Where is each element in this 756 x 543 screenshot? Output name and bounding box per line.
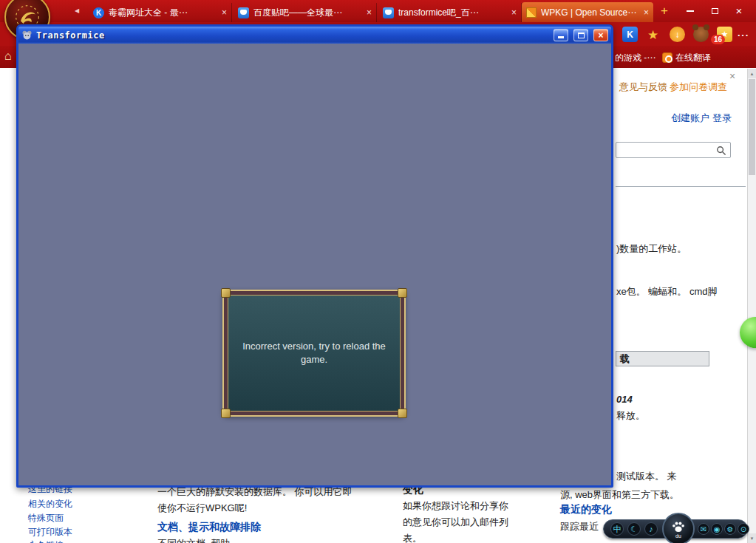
- dialog-panel: Incorrect version, try to reload the gam…: [228, 295, 401, 411]
- minimize-icon: [558, 36, 564, 38]
- sidebar-link-relatedchanges[interactable]: 相关的变化: [28, 498, 72, 510]
- translate-bookmark-icon[interactable]: [662, 52, 672, 63]
- language-button[interactable]: 中: [610, 522, 624, 536]
- du-label: du: [675, 533, 681, 539]
- download-manager-icon[interactable]: ↓: [670, 27, 685, 42]
- mouse-icon: [21, 30, 33, 41]
- new-tab-button[interactable]: +: [653, 3, 675, 18]
- dialog-message: Incorrect version, try to reload the gam…: [228, 296, 400, 411]
- mailing-text-line2: 的意见你可以加入邮件列: [403, 516, 508, 529]
- tab-bar: ◀ K 毒霸网址大全 - 最⋯ × 百度贴吧——全球最⋯ × transform…: [0, 0, 756, 22]
- record-button[interactable]: ◉: [711, 523, 723, 535]
- source-text: 源, web界面和第三方下载。: [560, 488, 679, 502]
- tab-tieba[interactable]: 百度贴吧——全球最⋯ ×: [234, 3, 377, 22]
- notice-close-icon[interactable]: ×: [729, 70, 735, 82]
- scroll-up-icon: ▲: [750, 72, 755, 76]
- page-title-underline: [616, 186, 746, 187]
- duba-favicon: K: [93, 7, 104, 18]
- notification-badge: 16: [711, 35, 725, 44]
- packages-text: xe包。 蝙蝠和。 cmd脚: [616, 285, 718, 298]
- page-scrollbar[interactable]: ▲ ▼: [747, 69, 756, 543]
- du-paw-button[interactable]: du: [662, 513, 695, 543]
- dialog-corner-icon: [221, 409, 231, 418]
- browser-restore-button[interactable]: [704, 3, 726, 18]
- favorites-star-icon[interactable]: ★: [647, 27, 658, 43]
- message-line2: game.: [301, 353, 327, 366]
- moon-icon: ☾: [630, 525, 638, 534]
- tab-scroll-left-icon[interactable]: ◀: [75, 7, 79, 14]
- home-icon[interactable]: ⌂: [4, 49, 12, 63]
- sidebar-link-specialpages[interactable]: 特殊页面: [28, 512, 64, 525]
- mailing-text-line3: 表。: [403, 532, 422, 543]
- window-title: Transformice: [36, 30, 548, 41]
- screen: × 意见与反馈 参加问卷调查 创建账户 登录 )数量的工作站。 xe包。 蝙蝠和…: [0, 0, 756, 543]
- login-link[interactable]: 登录: [712, 112, 732, 125]
- sidebar-link-printable[interactable]: 可打印版本: [28, 526, 72, 539]
- tab-close-icon[interactable]: ×: [222, 7, 227, 18]
- gear-icon: ⚙: [727, 525, 734, 533]
- bookmark-translate[interactable]: 在线翻译: [675, 52, 711, 64]
- browser-minimize-button[interactable]: [679, 3, 701, 18]
- settings-button[interactable]: ⚙: [724, 523, 736, 535]
- search-icon[interactable]: [716, 146, 726, 156]
- dialog-corner-icon: [398, 409, 407, 418]
- mailing-text-line1: 如果你想跟讨论和分享你: [403, 499, 508, 513]
- music-button[interactable]: ♪: [644, 522, 658, 536]
- track-recent-text: 跟踪最近: [560, 520, 599, 533]
- k-glyph: K: [627, 30, 633, 40]
- paw-icon: [671, 520, 686, 533]
- message-line1: Incorrect version, try to reload the: [242, 340, 386, 353]
- bookmark-games[interactable]: 的游戏 -⋯: [615, 52, 655, 64]
- message-icon: ✉: [701, 525, 706, 533]
- scroll-up-button[interactable]: ▲: [748, 69, 756, 78]
- night-mode-button[interactable]: ☾: [627, 522, 641, 536]
- browser-close-button[interactable]: ×: [728, 3, 750, 18]
- survey-link[interactable]: 参加问卷调查: [670, 81, 727, 94]
- more-menu-icon[interactable]: ···: [738, 30, 749, 41]
- search-input[interactable]: [616, 142, 731, 158]
- message-button[interactable]: ✉: [698, 523, 709, 535]
- music-icon: ♪: [649, 525, 653, 533]
- tab-wpkg-active[interactable]: WPKG | Open Source⋯ ×: [522, 2, 653, 22]
- test-version-text: 测试版本。 来: [616, 470, 677, 483]
- tab-close-icon[interactable]: ×: [511, 7, 517, 18]
- database-text-line2: 使你不运行WPKG呢!: [157, 502, 247, 515]
- floating-toolbar: 中 ☾ ♪ du ✉ ◉ ⚙ ⊙: [603, 513, 751, 543]
- duba-toolbar-icon[interactable]: K: [622, 27, 638, 42]
- transformice-window: Transformice × Incorrect version, try to…: [16, 24, 613, 488]
- tab-title: transformice吧_百⋯: [398, 7, 507, 19]
- error-dialog: Incorrect version, try to reload the gam…: [222, 290, 406, 417]
- power-button[interactable]: ⊙: [738, 523, 749, 535]
- tab-title: 百度贴吧——全球最⋯: [253, 7, 362, 19]
- dialog-corner-icon: [221, 288, 231, 298]
- wpkg-favicon: [526, 7, 537, 18]
- close-button[interactable]: ×: [593, 29, 608, 41]
- language-icon: 中: [613, 524, 622, 535]
- restore-icon: [712, 8, 718, 14]
- tab-close-icon[interactable]: ×: [367, 7, 372, 18]
- tab-title: 毒霸网址大全 - 最⋯: [109, 7, 217, 19]
- feedback-link[interactable]: 意见与反馈: [619, 81, 667, 94]
- create-account-link[interactable]: 创建账户: [671, 112, 709, 125]
- power-icon: ⊙: [740, 525, 746, 533]
- minimize-icon: [687, 10, 694, 12]
- tab-transformice-tieba[interactable]: transformice吧_百⋯ ×: [378, 3, 522, 22]
- game-area[interactable]: Incorrect version, try to reload the gam…: [18, 44, 611, 485]
- tab-close-icon[interactable]: ×: [644, 7, 649, 18]
- minimize-button[interactable]: [554, 29, 568, 41]
- tab-duba[interactable]: K 毒霸网址大全 - 最⋯ ×: [89, 3, 232, 22]
- window-titlebar[interactable]: Transformice ×: [18, 27, 611, 44]
- workstations-text: )数量的工作站。: [616, 242, 687, 256]
- year-text: 014: [616, 394, 633, 405]
- down-arrow-glyph: ↓: [675, 30, 680, 40]
- download-header-label: 载: [620, 353, 630, 364]
- dialog-corner-icon: [398, 288, 407, 298]
- scroll-thumb[interactable]: [749, 79, 755, 175]
- maximize-button[interactable]: [573, 29, 588, 41]
- maximize-icon: [578, 33, 585, 38]
- tab-title: WPKG | Open Source⋯: [541, 7, 639, 18]
- sidebar-link-permanent[interactable]: 永久链接: [28, 539, 64, 543]
- docs-heading[interactable]: 文档、提示和故障排除: [157, 521, 261, 534]
- tieba-favicon: [383, 7, 394, 18]
- bear-icon[interactable]: [693, 27, 709, 42]
